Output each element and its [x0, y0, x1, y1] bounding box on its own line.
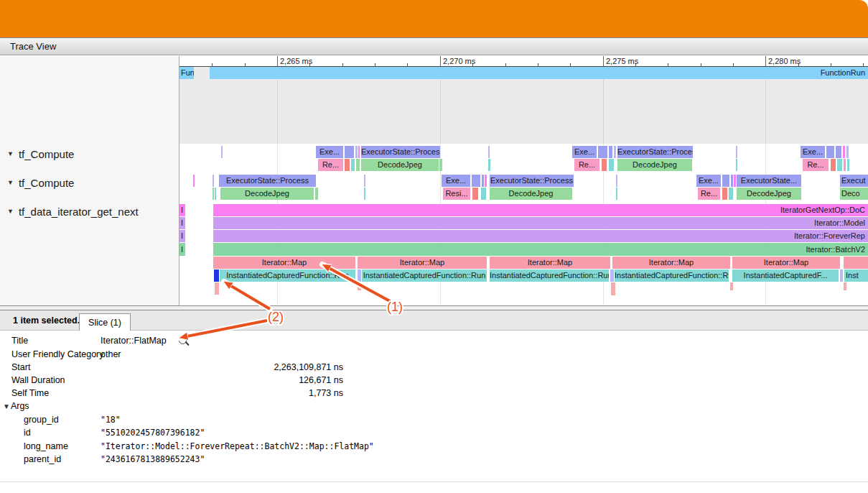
trace-slice[interactable] [351, 159, 355, 171]
trace-slice[interactable]: ExecutorState::Process [617, 146, 693, 158]
trace-slice[interactable] [439, 159, 442, 171]
trace-slice[interactable] [840, 269, 843, 282]
trace-slice[interactable]: Iterator::ForeverRep [213, 230, 868, 242]
trace-slice[interactable] [844, 257, 868, 269]
trace-slice[interactable] [837, 159, 842, 171]
pane-splitter[interactable] [0, 305, 868, 310]
trace-slice[interactable] [213, 188, 214, 200]
trace-slice[interactable]: ExecutorState::Process [361, 146, 440, 158]
trace-slice[interactable] [345, 159, 350, 171]
trace-slice[interactable]: InstantiatedCapturedFunction::Run [362, 269, 487, 282]
trace-slice[interactable]: IteratorGetNextOp::DoC [213, 204, 868, 216]
trace-slice[interactable]: I [179, 204, 185, 216]
trace-slice[interactable]: Exe... [316, 146, 343, 158]
trace-slice[interactable] [213, 175, 214, 187]
trace-slice[interactable] [611, 282, 615, 295]
trace-slice[interactable] [602, 159, 607, 171]
trace-slice[interactable]: I [179, 230, 185, 242]
trace-slice[interactable]: Iterator::Map [358, 257, 487, 269]
sidebar-item-tf-Compute[interactable]: ▼tf_Compute [7, 176, 74, 189]
trace-slice[interactable]: I [179, 217, 185, 229]
trace-slice[interactable]: FunctionRun [210, 67, 868, 79]
collapse-triangle-icon[interactable]: ▼ [7, 208, 14, 215]
trace-slice[interactable] [826, 146, 834, 158]
trace-slice[interactable]: ExecutorState... [737, 175, 801, 187]
trace-slice[interactable] [598, 146, 607, 158]
trace-slice[interactable] [731, 175, 733, 187]
trace-slice[interactable] [482, 175, 484, 187]
trace-slice[interactable] [831, 159, 836, 171]
trace-slice[interactable] [722, 175, 729, 187]
trace-slice[interactable]: Inst [844, 269, 868, 282]
trace-slice[interactable]: Exe... [696, 175, 721, 187]
trace-slice[interactable] [215, 188, 216, 200]
trace-slice[interactable] [844, 282, 846, 290]
trace-slice[interactable]: Exe... [572, 146, 597, 158]
trace-slice[interactable]: Iterator::Map [732, 257, 840, 269]
trace-slice[interactable]: ExecutorState::Process [219, 175, 316, 187]
trace-slice[interactable]: Iterator::BatchV2 [213, 243, 868, 256]
trace-slice[interactable]: Re... [803, 159, 829, 171]
tab-slice[interactable]: Slice (1) [79, 313, 131, 331]
trace-slice[interactable]: DecodeJpeg [737, 188, 801, 200]
sidebar-item-tf-data-iterator-get-next[interactable]: ▼tf_data_iterator_get_next [7, 205, 139, 218]
trace-slice[interactable]: DecodeJpeg [361, 159, 439, 171]
trace-slice[interactable] [736, 146, 737, 158]
trace-slice[interactable] [844, 159, 846, 171]
args-collapse-icon[interactable]: ▼ [3, 402, 10, 410]
trace-slice[interactable]: Execut [840, 175, 868, 187]
trace-slice[interactable] [488, 159, 490, 171]
trace-slice[interactable] [730, 282, 733, 290]
trace-slice[interactable] [358, 282, 361, 290]
trace-slice[interactable]: Fun [179, 67, 194, 79]
trace-slice[interactable] [364, 175, 365, 187]
trace-slice[interactable] [193, 175, 195, 187]
selected-slice[interactable] [214, 269, 219, 282]
trace-slice[interactable] [345, 146, 354, 158]
trace-slice[interactable] [481, 188, 486, 200]
trace-slice[interactable] [843, 146, 845, 158]
trace-slice[interactable] [472, 188, 478, 200]
trace-slice[interactable]: DecodeJpeg [490, 188, 572, 200]
trace-slice[interactable] [315, 188, 318, 200]
trace-slice[interactable] [616, 175, 617, 187]
args-toggle[interactable]: ▼Args [3, 400, 29, 412]
trace-slice[interactable] [221, 146, 223, 158]
trace-slice[interactable] [846, 146, 849, 158]
trace-slice[interactable]: InstantiatedCapturedFunction::Run [615, 269, 729, 282]
trace-slice[interactable]: DecodeJpeg [617, 159, 692, 171]
trace-slice[interactable]: Re... [698, 188, 720, 200]
trace-slice[interactable] [609, 146, 612, 158]
trace-slice[interactable]: InstantiatedCapturedF... [732, 269, 839, 282]
trace-slice[interactable]: Exe... [801, 146, 825, 158]
trace-slice[interactable] [616, 188, 617, 200]
trace-slice[interactable] [722, 188, 727, 200]
trace-slice[interactable]: Deco [840, 188, 868, 200]
trace-slice[interactable]: Iterator::Map [490, 257, 610, 269]
trace-slice[interactable] [485, 175, 487, 187]
sidebar-item-tf-Compute[interactable]: ▼tf_Compute [7, 147, 74, 160]
trace-slice[interactable] [356, 159, 360, 171]
trace-slice[interactable]: Re... [574, 159, 599, 171]
trace-slice[interactable] [364, 188, 365, 200]
trace-slice[interactable]: InstantiatedCapturedFunction::Run [220, 269, 355, 282]
trace-slice[interactable] [729, 188, 733, 200]
trace-slice[interactable]: InstantiatedCapturedFunction::Run [490, 269, 609, 282]
trace-slice[interactable]: DecodeJpeg [220, 188, 314, 200]
trace-slice[interactable]: ExecutorState::Process [490, 175, 574, 187]
trace-slice[interactable]: Iterator::Map [612, 257, 730, 269]
trace-slice[interactable]: Re... [318, 159, 343, 171]
trace-slice[interactable]: I [179, 243, 185, 256]
trace-slice[interactable] [472, 175, 480, 187]
trace-slice[interactable] [215, 282, 219, 295]
collapse-triangle-icon[interactable]: ▼ [7, 179, 14, 186]
trace-slice[interactable] [358, 269, 361, 282]
trace-slice[interactable] [488, 146, 490, 158]
trace-slice[interactable] [355, 146, 358, 158]
trace-slice[interactable]: Resi... [443, 188, 470, 200]
trace-slice[interactable] [609, 159, 614, 171]
trace-slice[interactable] [734, 175, 736, 187]
collapse-triangle-icon[interactable]: ▼ [7, 150, 14, 157]
magnifier-icon[interactable] [179, 336, 187, 344]
trace-slice[interactable] [610, 269, 614, 282]
